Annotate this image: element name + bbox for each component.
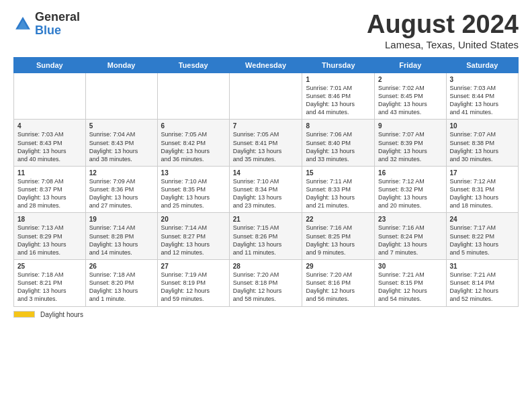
day-number: 13 xyxy=(161,169,226,177)
day-info: Sunrise: 7:11 AM Sunset: 8:33 PM Dayligh… xyxy=(306,177,371,210)
table-row: 25Sunrise: 7:18 AM Sunset: 8:21 PM Dayli… xyxy=(14,260,86,307)
header: General Blue August 2024 Lamesa, Texas, … xyxy=(13,11,519,50)
day-info: Sunrise: 7:02 AM Sunset: 8:45 PM Dayligh… xyxy=(378,84,442,117)
table-row: 4Sunrise: 7:03 AM Sunset: 8:43 PM Daylig… xyxy=(14,120,86,167)
table-row: 31Sunrise: 7:21 AM Sunset: 8:14 PM Dayli… xyxy=(446,260,518,307)
table-row: 6Sunrise: 7:05 AM Sunset: 8:42 PM Daylig… xyxy=(157,120,229,167)
day-info: Sunrise: 7:05 AM Sunset: 8:41 PM Dayligh… xyxy=(233,130,299,163)
daylight-label: Daylight hours xyxy=(40,311,83,318)
table-row: 14Sunrise: 7:10 AM Sunset: 8:34 PM Dayli… xyxy=(229,166,302,213)
day-info: Sunrise: 7:13 AM Sunset: 8:29 PM Dayligh… xyxy=(17,224,82,257)
calendar-week-row: 1Sunrise: 7:01 AM Sunset: 8:46 PM Daylig… xyxy=(14,73,519,120)
table-row: 13Sunrise: 7:10 AM Sunset: 8:35 PM Dayli… xyxy=(157,166,229,213)
table-row: 3Sunrise: 7:03 AM Sunset: 8:44 PM Daylig… xyxy=(446,73,518,120)
day-number: 6 xyxy=(161,122,226,130)
table-row: 2Sunrise: 7:02 AM Sunset: 8:45 PM Daylig… xyxy=(375,73,446,120)
day-info: Sunrise: 7:16 AM Sunset: 8:25 PM Dayligh… xyxy=(306,224,371,257)
day-number: 17 xyxy=(450,169,515,177)
day-info: Sunrise: 7:09 AM Sunset: 8:36 PM Dayligh… xyxy=(89,177,154,210)
day-number: 22 xyxy=(306,216,371,223)
day-number: 11 xyxy=(17,169,82,177)
day-info: Sunrise: 7:21 AM Sunset: 8:14 PM Dayligh… xyxy=(450,271,515,304)
day-number: 5 xyxy=(89,122,154,130)
calendar-week-row: 11Sunrise: 7:08 AM Sunset: 8:37 PM Dayli… xyxy=(14,166,519,213)
day-info: Sunrise: 7:05 AM Sunset: 8:42 PM Dayligh… xyxy=(161,130,226,163)
table-row: 22Sunrise: 7:16 AM Sunset: 8:25 PM Dayli… xyxy=(302,213,375,260)
col-wednesday: Wednesday xyxy=(229,57,302,73)
day-number: 7 xyxy=(233,122,299,130)
table-row xyxy=(157,73,229,120)
day-number: 2 xyxy=(378,76,442,83)
table-row: 21Sunrise: 7:15 AM Sunset: 8:26 PM Dayli… xyxy=(229,213,302,260)
day-number: 1 xyxy=(306,76,371,83)
day-info: Sunrise: 7:17 AM Sunset: 8:22 PM Dayligh… xyxy=(450,224,515,257)
day-number: 30 xyxy=(378,263,442,270)
title-block: August 2024 Lamesa, Texas, United States xyxy=(367,11,519,50)
table-row: 19Sunrise: 7:14 AM Sunset: 8:28 PM Dayli… xyxy=(85,213,157,260)
table-row: 5Sunrise: 7:04 AM Sunset: 8:43 PM Daylig… xyxy=(85,120,157,167)
daylight-bar-icon xyxy=(13,311,35,318)
day-number: 4 xyxy=(17,122,82,130)
day-info: Sunrise: 7:07 AM Sunset: 8:38 PM Dayligh… xyxy=(450,130,515,163)
calendar-week-row: 4Sunrise: 7:03 AM Sunset: 8:43 PM Daylig… xyxy=(14,120,519,167)
table-row: 17Sunrise: 7:12 AM Sunset: 8:31 PM Dayli… xyxy=(446,166,518,213)
day-info: Sunrise: 7:18 AM Sunset: 8:20 PM Dayligh… xyxy=(89,271,154,304)
table-row: 7Sunrise: 7:05 AM Sunset: 8:41 PM Daylig… xyxy=(229,120,302,167)
logo-blue-text: Blue xyxy=(35,24,80,38)
col-monday: Monday xyxy=(85,57,157,73)
table-row: 9Sunrise: 7:07 AM Sunset: 8:39 PM Daylig… xyxy=(375,120,446,167)
table-row: 18Sunrise: 7:13 AM Sunset: 8:29 PM Dayli… xyxy=(14,213,86,260)
table-row: 24Sunrise: 7:17 AM Sunset: 8:22 PM Dayli… xyxy=(446,213,518,260)
table-row: 28Sunrise: 7:20 AM Sunset: 8:18 PM Dayli… xyxy=(229,260,302,307)
day-info: Sunrise: 7:15 AM Sunset: 8:26 PM Dayligh… xyxy=(233,224,299,257)
table-row: 15Sunrise: 7:11 AM Sunset: 8:33 PM Dayli… xyxy=(302,166,375,213)
table-row: 27Sunrise: 7:19 AM Sunset: 8:19 PM Dayli… xyxy=(157,260,229,307)
table-row: 12Sunrise: 7:09 AM Sunset: 8:36 PM Dayli… xyxy=(85,166,157,213)
day-number: 19 xyxy=(89,216,154,223)
day-info: Sunrise: 7:16 AM Sunset: 8:24 PM Dayligh… xyxy=(378,224,442,257)
day-number: 25 xyxy=(17,263,82,270)
day-info: Sunrise: 7:08 AM Sunset: 8:37 PM Dayligh… xyxy=(17,177,82,210)
day-number: 14 xyxy=(233,169,299,177)
table-row: 30Sunrise: 7:21 AM Sunset: 8:15 PM Dayli… xyxy=(375,260,446,307)
day-number: 21 xyxy=(233,216,299,223)
day-info: Sunrise: 7:06 AM Sunset: 8:40 PM Dayligh… xyxy=(306,130,371,163)
day-info: Sunrise: 7:07 AM Sunset: 8:39 PM Dayligh… xyxy=(378,130,442,163)
title-location: Lamesa, Texas, United States xyxy=(367,39,519,50)
day-info: Sunrise: 7:03 AM Sunset: 8:44 PM Dayligh… xyxy=(450,84,515,117)
table-row: 26Sunrise: 7:18 AM Sunset: 8:20 PM Dayli… xyxy=(85,260,157,307)
day-number: 16 xyxy=(378,169,442,177)
day-info: Sunrise: 7:10 AM Sunset: 8:34 PM Dayligh… xyxy=(233,177,299,210)
day-info: Sunrise: 7:20 AM Sunset: 8:18 PM Dayligh… xyxy=(233,271,299,304)
day-info: Sunrise: 7:14 AM Sunset: 8:27 PM Dayligh… xyxy=(161,224,226,257)
day-number: 15 xyxy=(306,169,371,177)
calendar-header-row: Sunday Monday Tuesday Wednesday Thursday… xyxy=(14,57,519,73)
title-month: August 2024 xyxy=(367,11,519,39)
calendar-week-row: 25Sunrise: 7:18 AM Sunset: 8:21 PM Dayli… xyxy=(14,260,519,307)
day-info: Sunrise: 7:12 AM Sunset: 8:31 PM Dayligh… xyxy=(450,177,515,210)
logo-text: General Blue xyxy=(35,11,80,38)
day-number: 20 xyxy=(161,216,226,223)
day-number: 9 xyxy=(378,122,442,130)
col-tuesday: Tuesday xyxy=(157,57,229,73)
col-thursday: Thursday xyxy=(302,57,375,73)
day-number: 27 xyxy=(161,263,226,270)
table-row: 11Sunrise: 7:08 AM Sunset: 8:37 PM Dayli… xyxy=(14,166,86,213)
day-number: 24 xyxy=(450,216,515,223)
day-info: Sunrise: 7:14 AM Sunset: 8:28 PM Dayligh… xyxy=(89,224,154,257)
table-row: 10Sunrise: 7:07 AM Sunset: 8:38 PM Dayli… xyxy=(446,120,518,167)
day-info: Sunrise: 7:21 AM Sunset: 8:15 PM Dayligh… xyxy=(378,271,442,304)
table-row: 20Sunrise: 7:14 AM Sunset: 8:27 PM Dayli… xyxy=(157,213,229,260)
table-row xyxy=(85,73,157,120)
day-number: 29 xyxy=(306,263,371,270)
day-info: Sunrise: 7:20 AM Sunset: 8:16 PM Dayligh… xyxy=(306,271,371,304)
day-info: Sunrise: 7:18 AM Sunset: 8:21 PM Dayligh… xyxy=(17,271,82,304)
col-friday: Friday xyxy=(375,57,446,73)
table-row: 23Sunrise: 7:16 AM Sunset: 8:24 PM Dayli… xyxy=(375,213,446,260)
table-row xyxy=(14,73,86,120)
day-info: Sunrise: 7:03 AM Sunset: 8:43 PM Dayligh… xyxy=(17,130,82,163)
col-sunday: Sunday xyxy=(14,57,86,73)
footer: Daylight hours xyxy=(13,311,519,318)
day-number: 23 xyxy=(378,216,442,223)
col-saturday: Saturday xyxy=(446,57,518,73)
